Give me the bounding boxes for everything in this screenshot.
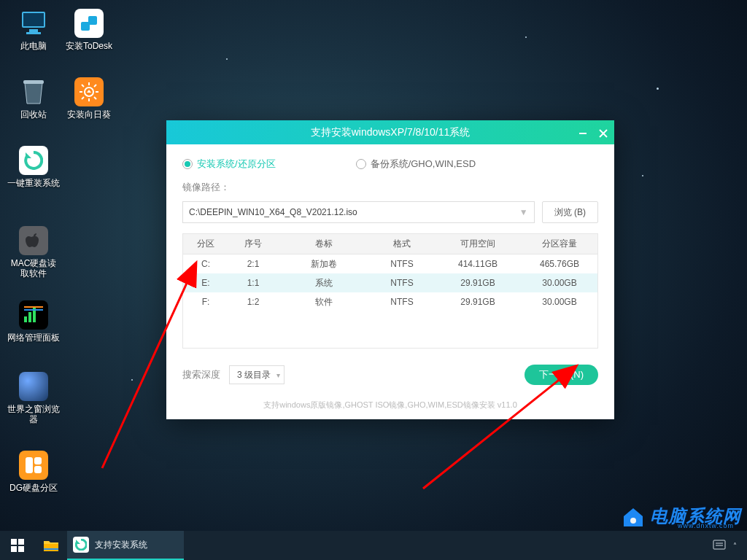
th-index: 序号	[228, 238, 278, 250]
svg-line-23	[94, 85, 96, 87]
search-depth-select[interactable]: 3 级目录	[229, 365, 285, 384]
svg-rect-6	[28, 312, 31, 322]
star	[131, 379, 133, 381]
cell: 2:1	[228, 259, 278, 269]
cell: 软件	[278, 296, 370, 308]
th-format: 格式	[370, 238, 434, 250]
taskbar-app-label: 支持安装系统	[95, 539, 147, 551]
network-icon	[19, 300, 48, 330]
close-button[interactable]	[598, 128, 608, 139]
tray-keyboard-icon[interactable]	[713, 540, 726, 552]
th-free: 可用空间	[434, 238, 522, 250]
browse-button[interactable]: 浏览 (B)	[542, 201, 598, 223]
sunflower-icon	[74, 77, 104, 106]
table-row[interactable]: F: 1:2 软件 NTFS 29.91GB 30.00GB	[183, 292, 597, 311]
desktop-icon-label: 世界之窗浏览 器	[7, 404, 60, 424]
svg-line-21	[94, 97, 96, 99]
desktop-icon-reinstall[interactable]: 一键重装系统	[7, 146, 60, 188]
system-tray[interactable]: ˄	[713, 540, 747, 552]
reinstall-icon	[19, 146, 48, 175]
cell: 414.11GB	[434, 259, 522, 269]
cell: NTFS	[370, 259, 434, 269]
svg-rect-8	[24, 306, 43, 308]
watermark-url: www.dnxtw.com	[678, 522, 734, 529]
cell: 系统	[278, 277, 370, 289]
folder-icon	[43, 539, 59, 552]
desktop-icon-browser[interactable]: 世界之窗浏览 器	[7, 372, 60, 424]
desktop-icon-label: 此电脑	[7, 41, 60, 51]
dialog-footer-note: 支持windows原版镜像,GHOST ISO镜像,GHO,WIM,ESD镜像安…	[166, 395, 614, 419]
start-button[interactable]	[0, 531, 35, 560]
desktop-icon-mac-disk[interactable]: MAC硬盘读 取软件	[7, 226, 60, 279]
monitor-icon	[19, 9, 48, 38]
svg-rect-10	[26, 457, 33, 473]
svg-marker-24	[87, 90, 91, 93]
cell: 1:1	[228, 278, 278, 288]
taskbar-app-install[interactable]: 支持安装系统	[67, 531, 184, 560]
table-row[interactable]: C: 2:1 新加卷 NTFS 414.11GB 465.76GB	[183, 254, 597, 273]
dialog-title-text: 支持安装windowsXP/7/8/10/11系统	[311, 126, 471, 139]
radio-backup[interactable]: 备份系统/GHO,WIN,ESD	[356, 158, 476, 171]
radio-dot-icon	[182, 159, 193, 169]
desktop-icon-this-pc[interactable]: 此电脑	[7, 9, 60, 51]
cell: NTFS	[370, 297, 434, 307]
globe-icon	[19, 372, 48, 401]
browse-label: 浏览 (B)	[554, 206, 586, 219]
cell: 新加卷	[278, 258, 370, 271]
table-row[interactable]: E: 1:1 系统 NTFS 29.91GB 30.00GB	[183, 273, 597, 292]
radio-install-restore[interactable]: 安装系统/还原分区	[182, 158, 276, 171]
desktop-icon-recycle-bin[interactable]: 回收站	[7, 77, 60, 120]
app-icon	[73, 537, 89, 553]
image-path-value: C:\DEEPIN_WIN10_X64_Q8_V2021.12.iso	[189, 207, 357, 217]
image-path-dropdown[interactable]: C:\DEEPIN_WIN10_X64_Q8_V2021.12.iso ▼	[182, 201, 535, 223]
svg-rect-34	[18, 546, 24, 552]
tray-chevron-icon[interactable]: ˄	[733, 542, 737, 550]
dialog-titlebar[interactable]: 支持安装windowsXP/7/8/10/11系统	[166, 120, 614, 144]
install-dialog: 支持安装windowsXP/7/8/10/11系统 安装系统/还原分区 备份系统…	[166, 120, 614, 419]
desktop-icon-network-panel[interactable]: 网络管理面板	[7, 300, 60, 343]
star	[657, 88, 659, 90]
svg-rect-35	[44, 544, 58, 551]
windows-icon	[11, 539, 24, 552]
desktop-icon-label: 网络管理面板	[7, 332, 60, 343]
dg-icon	[19, 451, 48, 480]
table-empty-space	[183, 311, 597, 348]
desktop-icon-todesk[interactable]: 安装ToDesk	[63, 9, 115, 51]
svg-rect-32	[18, 539, 24, 545]
cell: 29.91GB	[434, 297, 522, 307]
star	[226, 58, 228, 60]
radio-label: 备份系统/GHO,WIN,ESD	[371, 158, 476, 171]
trash-icon	[19, 77, 48, 106]
svg-line-20	[82, 85, 84, 87]
cell: E:	[183, 278, 228, 288]
cell: F:	[183, 297, 228, 307]
cell: 1:2	[228, 297, 278, 307]
apple-icon	[19, 226, 48, 255]
cell: NTFS	[370, 278, 434, 288]
radio-dot-icon	[356, 159, 366, 169]
cell: 30.00GB	[522, 297, 597, 307]
cell: 465.76GB	[522, 259, 597, 269]
next-button[interactable]: 下一步 (N)	[525, 365, 598, 385]
table-header: 分区 序号 卷标 格式 可用空间 分区容量	[183, 234, 597, 254]
svg-rect-4	[23, 80, 44, 84]
svg-rect-1	[23, 13, 44, 26]
svg-rect-33	[11, 546, 17, 552]
partition-table: 分区 序号 卷标 格式 可用空间 分区容量 C: 2:1 新加卷 NTFS 41…	[182, 233, 598, 349]
svg-rect-3	[26, 32, 41, 34]
star	[642, 175, 643, 176]
todesk-icon	[74, 9, 104, 38]
desktop-icon-label: 安装ToDesk	[63, 41, 115, 51]
minimize-button[interactable]	[578, 128, 588, 139]
chevron-down-icon: ▼	[519, 207, 528, 217]
house-icon	[621, 506, 646, 528]
svg-rect-12	[34, 466, 42, 473]
desktop-icon-sunflower[interactable]: 安装向日葵	[63, 77, 115, 120]
desktop-icon-label: 回收站	[7, 109, 60, 120]
desktop-icon-dg-partition[interactable]: DG硬盘分区	[7, 451, 60, 493]
taskbar-explorer[interactable]	[35, 531, 67, 560]
taskbar: 支持安装系统 ˄	[0, 531, 747, 560]
th-partition: 分区	[183, 238, 228, 250]
cell: 29.91GB	[434, 278, 522, 288]
svg-rect-36	[44, 548, 58, 550]
